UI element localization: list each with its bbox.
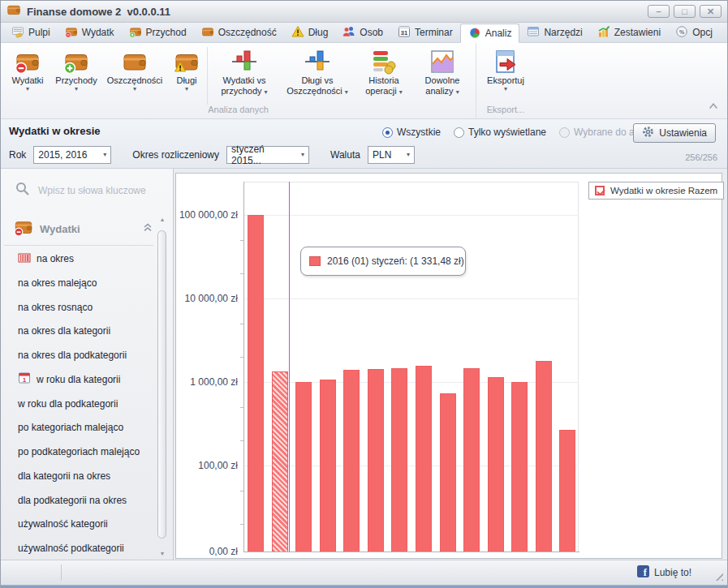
bar[interactable] [368,369,384,552]
facebook-icon: f [637,565,649,580]
facebook-like-button[interactable]: f Lubię to! [637,565,691,580]
sidebar-group-wydatki[interactable]: Wydatki [14,214,153,243]
dropdown-arrow-icon: ▾ [456,88,459,96]
close-button[interactable]: ✕ [700,5,722,18]
bar[interactable] [440,393,456,552]
bar[interactable] [295,382,312,552]
tab-narzędzi[interactable]: Narzędzi [519,23,589,42]
window-bottom-edge [1,585,727,587]
scrollbar-thumb[interactable] [157,230,166,539]
export-icon [493,48,519,75]
tab-label: Wydatk [82,27,114,38]
sidebar-item-label: po podkategoriach malejąco [18,446,140,457]
tab-osob[interactable]: Osob [335,23,390,42]
tab-terminar[interactable]: 31Terminar [390,23,460,42]
bar[interactable] [343,370,360,552]
tab-pulpi[interactable]: Pulpi [4,23,58,42]
ribbon-button-oszczędności[interactable]: Oszczędności▾ [101,47,168,92]
y-gridline [244,215,579,216]
bar[interactable] [463,368,480,552]
sidebar-scrollbar[interactable]: ▲ ▼ [157,214,168,558]
collapse-ribbon-icon[interactable] [708,99,719,114]
y-gridline [244,466,579,466]
radio-dot [559,127,570,138]
ribbon-button-długi[interactable]: Długi▾ [168,47,205,92]
ribbon-button-wydatki-vs-przychody[interactable]: Wydatki vsprzychody ▾ [209,47,279,97]
waluta-dropdown[interactable]: PLN▾ [368,146,415,164]
settings-button[interactable]: Ustawienia [633,123,716,143]
legend-checkbox[interactable] [595,186,605,195]
button-label: analizy ▾ [425,86,459,97]
radio-dot [454,127,464,138]
analysis-icon [429,48,455,75]
chevron-down-icon: ▾ [103,152,106,158]
ribbon-button-długi-vs-oszczędności[interactable]: Długi vsOszczędności ▾ [279,47,355,97]
dropdown-value: PLN [373,149,391,161]
y-minor-tick [240,491,243,491]
radio-dot [382,127,393,138]
bar[interactable] [559,430,575,552]
okres-rozliczeniowy-dropdown[interactable]: styczeń 2015...▾ [226,146,309,164]
tab-finanse-domow[interactable]: iFinanse domow [720,23,728,42]
ribbon-button-historia-operacji[interactable]: Historiaoperacji ▾ [355,47,412,97]
ribbon-button-eksportuj[interactable]: Eksportuj▾ [480,47,532,92]
sidebar-item-na-okres-dla-kategorii[interactable]: na okres dla kategorii [1,320,155,342]
y-minor-tick [240,407,243,408]
tab-oszczędność[interactable]: Oszczędność [194,23,284,42]
resize-grip-icon[interactable] [713,570,723,581]
ribbon-button-wydatki[interactable]: Wydatki▾ [4,47,51,92]
scroll-up-icon[interactable]: ▲ [157,214,168,224]
bar[interactable] [536,361,552,552]
sidebar-item-na-okres-rosnąco[interactable]: na okres rosnąco [1,296,155,319]
tab-zestawieni[interactable]: Zestawieni [590,23,668,42]
bar[interactable] [248,215,264,552]
tab-analiz[interactable]: Analiz [460,24,520,43]
sidebar-item-w-roku-dla-podkategorii[interactable]: w roku dla podkategorii [1,393,155,415]
sidebar-item-label: dla podkategorii na okres [18,495,127,506]
sidebar-item-po-podkategoriach-malejąco[interactable]: po podkategoriach malejąco [1,440,155,463]
scope-radio-group: WszystkieTylko wyświetlaneWybrane do ana… [382,127,659,138]
sidebar-item-na-okres[interactable]: na okres [1,247,155,270]
tab-dług[interactable]: Dług [284,23,336,42]
highlighted-bar[interactable] [272,371,288,552]
plot-area [243,182,579,552]
keyword-search-input[interactable]: Wpisz tu słowa kluczowe [15,182,146,199]
radio-tylko-wyświetlane[interactable]: Tylko wyświetlane [454,127,546,138]
tab-wydatk[interactable]: Wydatk [58,23,122,42]
radio-wszystkie[interactable]: Wszystkie [382,127,441,138]
sidebar-item-używalność-kategorii[interactable]: używalność kategorii [1,513,155,535]
like-label: Lubię to! [654,567,691,578]
tab-przychod[interactable]: Przychod [122,23,194,42]
ribbon-button-dowolne-analizy[interactable]: Dowolneanalizy ▾ [412,47,472,97]
dropdown-arrow-icon: ▾ [75,86,78,92]
dropdown-arrow-icon: ▾ [26,86,29,92]
sidebar-item-po-kategoriach-malejąco[interactable]: po kategoriach malejąco [1,416,155,439]
sidebar-item-dla-kategorii-na-okres[interactable]: dla kategorii na okres [1,465,155,487]
sidebar-item-używalność-podkategorii[interactable]: używalność podkategorii [1,537,155,560]
sidebar-item-label: dla kategorii na okres [18,470,110,482]
y-tick-label: 1 000,00 zł [176,376,238,388]
tab-label: Narzędzi [544,27,582,38]
menu-tab-bar: PulpiWydatkPrzychodOszczędnośćDługOsob31… [1,23,727,43]
maximize-button[interactable]: □ [674,5,696,18]
collapse-group-icon[interactable] [142,221,153,236]
scroll-down-icon[interactable]: ▼ [157,548,168,558]
sidebar-item-dla-podkategorii-na-okres[interactable]: dla podkategorii na okres [1,489,155,512]
tools-icon [527,25,540,41]
sidebar-item-w-roku-dla-kategorii[interactable]: 1w roku dla kategorii [1,368,155,391]
ribbon-button-przychody[interactable]: Przychody▾ [51,47,101,92]
bar[interactable] [416,366,432,552]
sidebar-item-label: używalność podkategorii [18,543,124,554]
minimize-button[interactable]: – [648,5,670,18]
bar[interactable] [511,382,528,552]
rok-dropdown[interactable]: 2015, 2016▾ [33,146,111,164]
bar[interactable] [488,377,504,552]
sidebar-item-na-okres-dla-podkategorii[interactable]: na okres dla podkategorii [1,344,155,367]
sidebar-item-na-okres-malejąco[interactable]: na okres malejąco [1,272,155,294]
app-window: Finanse domowe 2 v0.0.0.11 – □ ✕ PulpiWy… [0,0,728,588]
tab-opcj[interactable]: %Opcj [668,23,720,42]
bar[interactable] [320,380,336,552]
bar[interactable] [391,368,407,552]
status-divider [61,564,62,581]
filter-panel: Wydatki w okresie WszystkieTylko wyświet… [1,119,727,169]
